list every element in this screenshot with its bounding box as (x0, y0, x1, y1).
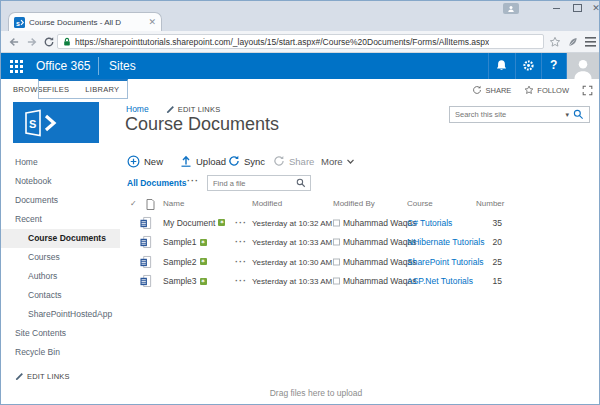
file-name-link[interactable]: Sample2 (163, 257, 197, 267)
sidebar-item-sharepointhostedapp[interactable]: SharePointHostedApp (1, 305, 120, 324)
new-badge-icon: ✶ (200, 258, 207, 265)
browser-toolbar: https://sharepointtutorials.sharepoint.c… (1, 31, 599, 53)
row-menu-icon[interactable]: ··· (235, 218, 247, 228)
sidebar-item-site-contents[interactable]: Site Contents (1, 324, 120, 343)
sidebar-item-course-documents[interactable]: Course Documents (1, 229, 120, 248)
forward-icon[interactable] (26, 36, 38, 48)
course-link[interactable]: C# Tutorials (407, 218, 452, 228)
word-file-icon (140, 216, 152, 229)
view-all-documents-link[interactable]: All Documents (127, 178, 187, 188)
share-document-button[interactable]: Share (273, 153, 314, 169)
modified-date: Yesterday at 10:33 AM (252, 238, 332, 247)
new-button[interactable]: New (127, 153, 163, 169)
tab-files[interactable]: FILES (39, 85, 77, 94)
sidebar-item-home[interactable]: Home (1, 153, 120, 172)
sidebar-item-authors[interactable]: Authors (1, 267, 120, 286)
row-menu-icon[interactable]: ··· (235, 237, 247, 247)
notifications-bell-icon[interactable] (495, 59, 508, 72)
edit-links-button[interactable]: EDIT LINKS (166, 105, 221, 114)
modified-by: Muhammad Waqas (343, 237, 416, 247)
help-icon[interactable]: ? (550, 58, 557, 72)
number-value: 15 (472, 276, 502, 286)
follow-star-icon (524, 85, 534, 95)
office-365-link[interactable]: Office 365 (36, 59, 90, 73)
sidebar-item-contacts[interactable]: Contacts (1, 286, 120, 305)
browser-profile-button[interactable] (503, 3, 519, 14)
column-header-modified-by[interactable]: Modified By (333, 199, 375, 208)
tab-library[interactable]: LIBRARY (77, 85, 127, 94)
tab-close-icon[interactable]: ✕ (148, 18, 156, 27)
file-name-link[interactable]: Sample3 (163, 276, 197, 286)
search-scope-caret-icon[interactable]: ▾ (565, 111, 569, 119)
suite-bar: Office 365 Sites ? (1, 53, 599, 79)
settings-gear-icon[interactable] (522, 59, 535, 72)
quick-launch-nav: Home Notebook Documents Recent Course Do… (1, 153, 120, 381)
site-search-input[interactable] (450, 110, 565, 119)
upload-label: Upload (196, 156, 226, 167)
back-icon[interactable] (8, 36, 20, 48)
maximize-button[interactable] (569, 2, 585, 14)
sidebar-edit-links-button[interactable]: EDIT LINKS (15, 372, 120, 381)
column-header-course[interactable]: Course (407, 199, 433, 208)
bookmark-star-icon[interactable] (549, 36, 561, 48)
share-icon (472, 85, 482, 95)
column-header-modified[interactable]: Modified (252, 199, 282, 208)
site-logo[interactable]: S (13, 102, 99, 143)
column-header-name[interactable]: Name (163, 199, 184, 208)
modified-date: Yesterday at 10:30 AM (252, 257, 332, 266)
focus-mode-icon[interactable] (582, 85, 593, 96)
new-label: New (144, 156, 163, 167)
file-type-column-icon[interactable] (146, 199, 155, 210)
upload-icon (180, 155, 192, 167)
select-all-icon[interactable]: ✓ (130, 199, 137, 208)
sidebar-item-recent[interactable]: Recent (1, 210, 120, 229)
site-search-box[interactable]: ▾ (449, 106, 590, 123)
course-link[interactable]: ASP.Net Tutorials (407, 276, 473, 286)
address-bar[interactable]: https://sharepointtutorials.sharepoint.c… (57, 34, 544, 49)
more-button[interactable]: More (321, 153, 354, 169)
sidebar-item-courses[interactable]: Courses (1, 248, 120, 267)
search-icon[interactable] (573, 109, 584, 120)
new-plus-icon (127, 155, 140, 168)
padlock-icon (63, 37, 71, 47)
presence-indicator (333, 258, 340, 265)
minimize-button[interactable] (548, 2, 564, 14)
share-document-label: Share (289, 156, 314, 167)
page-title: Course Documents (125, 114, 279, 135)
ribbon-contextual-tabs: FILES LIBRARY (38, 79, 128, 99)
find-file-box[interactable] (207, 175, 311, 191)
user-avatar[interactable] (567, 53, 599, 79)
file-name-link[interactable]: My Document (163, 218, 215, 228)
share-button[interactable]: SHARE (472, 85, 511, 95)
row-menu-icon[interactable]: ··· (235, 276, 247, 286)
file-name-link[interactable]: Sample1 (163, 237, 197, 247)
edit-links-label: EDIT LINKS (178, 105, 221, 114)
view-menu-ellipsis-icon[interactable]: ··· (187, 176, 199, 186)
row-menu-icon[interactable]: ··· (235, 257, 247, 267)
browser-tab[interactable]: s Course Documents - All D ✕ (8, 12, 162, 31)
sidebar-item-documents[interactable]: Documents (1, 191, 120, 210)
column-header-number[interactable]: Number (476, 199, 504, 208)
sharepoint-logo-icon: S (21, 108, 65, 138)
document-row: Sample3✶ ··· Yesterday at 10:33 AM Muham… (126, 272, 522, 292)
app-launcher-icon[interactable] (10, 60, 23, 73)
sidebar-item-notebook[interactable]: Notebook (1, 172, 120, 191)
share-label: SHARE (485, 86, 511, 95)
new-badge-icon: ✶ (200, 278, 207, 285)
find-file-input[interactable] (208, 179, 296, 188)
svg-text:s: s (16, 19, 20, 26)
upload-button[interactable]: Upload (180, 153, 226, 169)
breadcrumb-home-link[interactable]: Home (126, 104, 149, 114)
sites-link[interactable]: Sites (109, 59, 136, 73)
modified-by: Muhammad Waqas (343, 276, 416, 286)
reload-icon[interactable] (43, 36, 55, 48)
close-button[interactable]: ✕ (588, 2, 600, 14)
sharepoint-page: S Home EDIT LINKS Course Documents ▾ Hom… (1, 101, 599, 404)
sync-button[interactable]: Sync (228, 153, 265, 169)
follow-button[interactable]: FOLLOW (524, 85, 569, 95)
number-value: 25 (472, 257, 502, 267)
sidebar-item-recycle-bin[interactable]: Recycle Bin (1, 343, 120, 362)
menu-icon[interactable] (585, 37, 596, 47)
extension-icon[interactable] (567, 36, 579, 48)
find-file-search-icon[interactable] (296, 178, 306, 188)
